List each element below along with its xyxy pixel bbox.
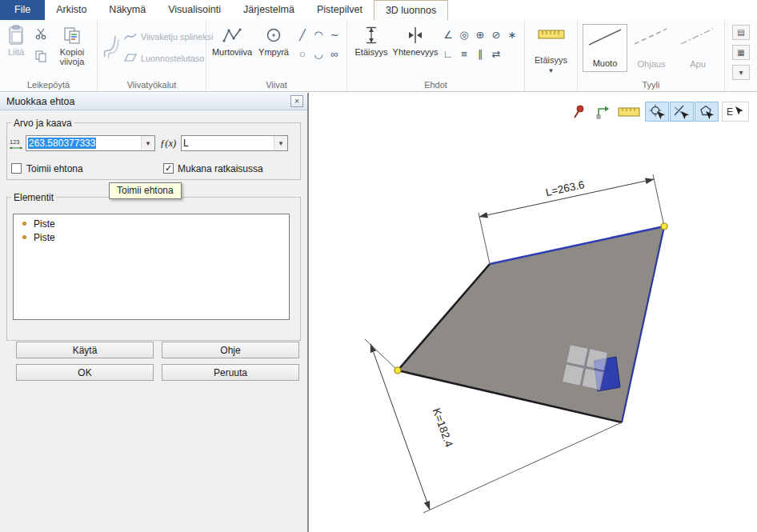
formula-combobox[interactable]: L ▾: [181, 135, 288, 151]
polyline-button[interactable]: Murtoviiva: [210, 23, 254, 73]
cut-icon[interactable]: [34, 26, 48, 41]
checkmark-icon: ✓: [165, 163, 172, 173]
circle-button[interactable]: Ympyrä: [256, 23, 291, 73]
element-select-button[interactable]: E: [722, 102, 749, 122]
style-shape-label: Muoto: [583, 58, 627, 68]
element-letter: E: [727, 106, 733, 118]
distance-dropdown-button[interactable]: Etäisyys: [525, 55, 577, 65]
list-item[interactable]: Piste: [14, 217, 289, 230]
solid-line-icon: [583, 25, 627, 49]
copy-lines-icon: [62, 23, 82, 47]
sketch-canvas[interactable]: L=263.6 K=182.4: [309, 93, 757, 532]
tab-visualisointi[interactable]: Visualisointi: [157, 0, 232, 20]
dialog-titlebar[interactable]: Muokkaa ehtoa ×: [0, 93, 307, 110]
sketch-plane-label: Luonnostelutaso: [141, 54, 204, 63]
group-label-viivatyokalut: Viivatyökalut: [98, 80, 206, 90]
ribbon-group-viivat: Murtoviiva Ympyrä ╱ ◠ ∼ ○ ◡ ∞ Viivat: [206, 20, 347, 91]
list-view-button[interactable]: ▤: [732, 25, 750, 40]
ruler-icon: [538, 28, 565, 41]
sketch-plane-button[interactable]: Luonnostelutaso: [124, 52, 204, 65]
edit-condition-dialog: Muokkaa ehtoa × Arvo ja kaava 123 263.58…: [0, 93, 309, 532]
snap-point-toggle[interactable]: [645, 102, 669, 122]
ok-button[interactable]: OK: [16, 364, 154, 381]
acts-as-condition-label[interactable]: Toimii ehtona: [26, 163, 83, 174]
pin-button[interactable]: [568, 102, 589, 122]
dim-l-ext2: [653, 174, 664, 226]
vertex-point-d[interactable]: [395, 367, 401, 374]
measure-button[interactable]: [616, 102, 642, 122]
circle-label: Ympyrä: [258, 47, 289, 57]
closed-spline-tool-icon[interactable]: ∞: [326, 46, 342, 62]
distance-label: Etäisyys: [355, 47, 388, 57]
curves-icon[interactable]: [101, 30, 122, 62]
distance-constraint-button[interactable]: Etäisyys: [350, 23, 392, 73]
grid-view-button[interactable]: ▦: [732, 45, 750, 60]
value-combobox[interactable]: 263.580377333 ▾: [26, 135, 155, 151]
cancel-button[interactable]: Peruuta: [162, 364, 299, 381]
list-item[interactable]: Piste: [14, 230, 289, 244]
snap-point-icon: [648, 103, 666, 121]
more-options-button[interactable]: ▾: [732, 65, 750, 80]
ribbon-tab-bar: File Arkisto Näkymä Visualisointi Järjes…: [0, 0, 757, 20]
tangent-constraint-icon[interactable]: ⊕: [472, 26, 488, 42]
formula-combo-arrow-icon[interactable]: ▾: [274, 136, 287, 150]
copy-lines-button[interactable]: Kopioi viivoja: [50, 23, 94, 73]
copy-icon[interactable]: [34, 49, 48, 63]
concentric-constraint-icon[interactable]: ◎: [456, 26, 472, 42]
close-button[interactable]: ×: [290, 95, 303, 107]
perpendicular-constraint-icon[interactable]: ∟: [440, 46, 456, 62]
plane-icon: [124, 52, 137, 65]
orient-button[interactable]: [592, 102, 613, 122]
spline-tool-icon[interactable]: ∼: [326, 26, 342, 42]
list-item-label: Piste: [34, 218, 55, 230]
pushpin-icon: [571, 104, 586, 119]
ellipse-tool-icon[interactable]: ○: [294, 46, 310, 62]
distance-icon: [363, 23, 379, 47]
pattern-constraint-icon[interactable]: ∗: [504, 26, 520, 42]
dialog-title: Muokkaa ehtoa: [6, 96, 74, 107]
tab-jarjestelma[interactable]: Järjestelmä: [232, 0, 306, 20]
coincidence-label: Yhtenevyys: [393, 47, 439, 57]
included-in-solve-label[interactable]: Mukana ratkaisussa: [178, 163, 263, 174]
value-text: 263.580377333: [28, 138, 96, 149]
spline-chain-button[interactable]: Viivaketju splineksi: [124, 30, 213, 43]
spline-chain-label: Viivaketju splineksi: [141, 32, 213, 42]
tab-pistepilvet[interactable]: Pistepilvet: [306, 0, 374, 20]
horizontal-constraint-icon[interactable]: ≡: [456, 46, 472, 62]
tab-3d-luonnos[interactable]: 3D luonnos: [374, 0, 448, 20]
symmetry-constraint-icon[interactable]: ⊘: [488, 26, 504, 42]
paste-button[interactable]: Liitä: [2, 23, 30, 73]
tab-file[interactable]: File: [0, 0, 45, 20]
style-aux-button[interactable]: Apu: [675, 24, 720, 72]
cursor-icon: [735, 106, 744, 118]
arc-tool-icon[interactable]: ◠: [310, 26, 326, 42]
coincidence-button[interactable]: Yhtenevyys: [392, 23, 439, 73]
group-label-leikepoyta: Leikepöytä: [0, 80, 97, 90]
point-bullet-icon: [22, 235, 26, 239]
help-button[interactable]: Ohje: [162, 342, 299, 358]
arc2-tool-icon[interactable]: ◡: [310, 46, 326, 62]
value-combo-arrow-icon[interactable]: ▾: [141, 136, 154, 150]
tab-arkisto[interactable]: Arkisto: [45, 0, 98, 20]
elements-listbox[interactable]: Piste Piste: [13, 214, 290, 320]
polyline-icon: [222, 23, 242, 47]
acts-as-condition-checkbox[interactable]: [11, 163, 22, 174]
included-in-solve-checkbox[interactable]: ✓: [163, 163, 174, 174]
style-shape-button[interactable]: Muoto: [583, 24, 627, 72]
snap-line-toggle[interactable]: [670, 102, 694, 122]
clipboard-icon: [7, 23, 25, 47]
polyline-label: Murtoviiva: [212, 47, 252, 57]
dim-k-text[interactable]: K=182.4: [431, 406, 455, 449]
dashdot-line-icon: [675, 24, 719, 48]
swap-constraint-icon[interactable]: ⇄: [488, 46, 504, 62]
snap-face-toggle[interactable]: [695, 102, 719, 122]
svg-text:123: 123: [10, 138, 20, 146]
angle-constraint-icon[interactable]: ∠: [440, 26, 456, 42]
vertex-point-a[interactable]: [661, 223, 667, 230]
dashed-line-icon: [629, 24, 672, 48]
tab-nakyma[interactable]: Näkymä: [98, 0, 157, 20]
apply-button[interactable]: Käytä: [16, 342, 154, 358]
line-tool-icon[interactable]: ╱: [294, 26, 310, 42]
style-guide-button[interactable]: Ohjaus: [629, 24, 674, 72]
parallel-constraint-icon[interactable]: ∥: [472, 46, 488, 62]
